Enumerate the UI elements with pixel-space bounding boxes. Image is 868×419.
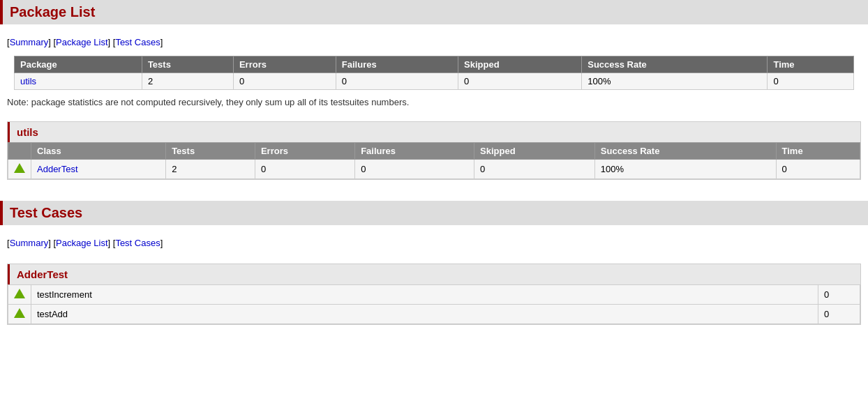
table-row: testIncrement 0 <box>8 285 860 305</box>
skipped-val: 0 <box>474 160 595 179</box>
success-icon-1 <box>14 288 25 299</box>
adder-test-heading: AdderTest <box>8 264 860 284</box>
class-name-cell: AdderTest <box>31 160 166 179</box>
col-tests: Tests <box>142 56 233 73</box>
col-class: Class <box>31 143 166 160</box>
package-table: Package Tests Errors Failures Skipped Su… <box>14 56 854 90</box>
table-row: AdderTest 2 0 0 0 100% 0 <box>8 160 860 179</box>
success-icon <box>14 162 25 174</box>
test-cases-heading: Test Cases <box>0 201 868 225</box>
test-cases-nav: [Summary] [Package List] [Test Cases] <box>0 232 868 257</box>
nav-summary-link-2[interactable]: Summary <box>10 238 49 248</box>
test-name-cell-2: testAdd <box>31 305 818 324</box>
test-cases-section: Test Cases [Summary] [Package List] [Tes… <box>0 201 868 325</box>
nav-testcases-link-1[interactable]: Test Cases <box>115 37 160 47</box>
tests-val: 2 <box>166 160 255 179</box>
table-row: utils 2 0 0 0 100% 0 <box>15 73 854 90</box>
col-time-inner: Time <box>776 143 860 160</box>
test-value-cell-2: 0 <box>818 305 860 324</box>
errors-cell: 0 <box>233 73 336 90</box>
package-table-wrapper: Package Tests Errors Failures Skipped Su… <box>0 56 868 90</box>
package-list-heading: Package List <box>0 0 868 24</box>
status-icon-cell-1 <box>8 285 31 305</box>
package-name-cell: utils <box>15 73 142 90</box>
success-rate-val: 100% <box>594 160 776 179</box>
utils-sub-section: utils Class Tests Errors Failures Skippe… <box>7 121 861 180</box>
status-icon-cell <box>8 160 31 179</box>
success-icon-2 <box>14 307 25 319</box>
utils-heading: utils <box>8 122 860 142</box>
col-skipped: Skipped <box>458 56 582 73</box>
class-link[interactable]: AdderTest <box>37 164 78 174</box>
failures-cell: 0 <box>336 73 458 90</box>
nav-testcases-link-2[interactable]: Test Cases <box>115 238 160 248</box>
col-package: Package <box>15 56 142 73</box>
tests-cell: 2 <box>142 73 233 90</box>
col-success-rate-inner: Success Rate <box>594 143 776 160</box>
col-failures: Failures <box>336 56 458 73</box>
table-row: testAdd 0 <box>8 305 860 324</box>
note-text: Note: package statistics are not compute… <box>0 90 868 114</box>
col-errors-inner: Errors <box>255 143 354 160</box>
failures-val: 0 <box>355 160 474 179</box>
package-link[interactable]: utils <box>20 76 36 86</box>
adder-test-sub-section: AdderTest testIncrement 0 testAdd <box>7 264 861 325</box>
nav-summary-link-1[interactable]: Summary <box>10 37 49 47</box>
status-icon-cell-2 <box>8 305 31 324</box>
col-icon <box>8 143 31 160</box>
col-failures-inner: Failures <box>355 143 474 160</box>
package-list-nav: [Summary] [Package List] [Test Cases] <box>0 31 868 56</box>
col-time: Time <box>768 56 854 73</box>
adder-test-table: testIncrement 0 testAdd 0 <box>8 284 860 324</box>
col-skipped-inner: Skipped <box>474 143 595 160</box>
col-tests-inner: Tests <box>166 143 255 160</box>
col-errors: Errors <box>233 56 336 73</box>
success-rate-cell: 100% <box>582 73 768 90</box>
nav-packagelist-link-1[interactable]: Package List <box>56 37 107 47</box>
page-container: Package List [Summary] [Package List] [T… <box>0 0 868 346</box>
col-success-rate: Success Rate <box>582 56 768 73</box>
nav-packagelist-link-2[interactable]: Package List <box>56 238 107 248</box>
utils-table: Class Tests Errors Failures Skipped Succ… <box>8 142 860 179</box>
errors-val: 0 <box>255 160 354 179</box>
package-list-section: Package List [Summary] [Package List] [T… <box>0 0 868 180</box>
test-value-cell-1: 0 <box>818 285 860 305</box>
skipped-cell: 0 <box>458 73 582 90</box>
test-name-cell-1: testIncrement <box>31 285 818 305</box>
time-val: 0 <box>776 160 860 179</box>
time-cell: 0 <box>768 73 854 90</box>
